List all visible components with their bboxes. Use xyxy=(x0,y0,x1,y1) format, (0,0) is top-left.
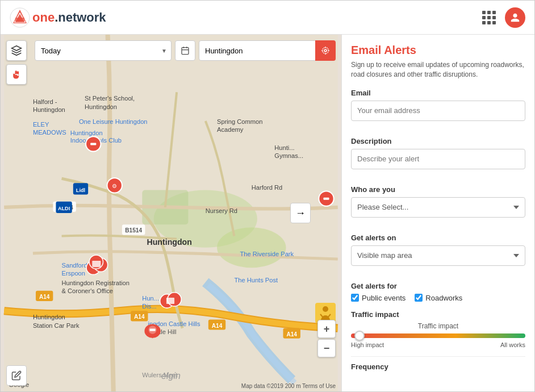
traffic-range-labels: High impact All works xyxy=(351,341,525,348)
svg-text:⚙: ⚙ xyxy=(112,183,117,189)
public-events-checkbox[interactable]: Public events xyxy=(351,294,406,302)
svg-text:A14: A14 xyxy=(134,314,145,320)
alerts-for-label: Get alerts for xyxy=(351,282,525,290)
roadworks-label: Roadworks xyxy=(425,294,462,302)
svg-text:Huntingdon: Huntingdon xyxy=(147,237,192,247)
frequency-label: Frequency xyxy=(351,362,525,371)
zoom-out-button[interactable]: − xyxy=(317,339,336,357)
svg-rect-70 xyxy=(182,48,189,55)
svg-text:Lidl: Lidl xyxy=(76,187,85,193)
public-events-input[interactable] xyxy=(351,294,359,302)
svg-text:Academy: Academy xyxy=(217,126,244,133)
roadworks-checkbox[interactable]: Roadworks xyxy=(415,294,462,302)
logo: one.network xyxy=(10,7,106,28)
who-label: Who are you xyxy=(351,185,525,194)
map-area[interactable]: B1514 B1514 A14 A14 A14 A14 Halford - Hu… xyxy=(1,35,341,391)
svg-text:Erspoon: Erspoon xyxy=(62,270,85,277)
svg-text:A14: A14 xyxy=(286,331,297,337)
svg-text:MEADOWS: MEADOWS xyxy=(33,129,66,136)
svg-rect-62 xyxy=(150,329,156,331)
svg-text:Huntingdon Registration: Huntingdon Registration xyxy=(62,280,129,286)
svg-text:Nursery Rd: Nursery Rd xyxy=(206,207,237,214)
map-toolbar xyxy=(6,40,27,85)
logo-text: one.network xyxy=(32,10,106,25)
svg-text:Huntingdon: Huntingdon xyxy=(85,103,117,110)
user-avatar-button[interactable] xyxy=(505,7,525,28)
date-filter[interactable]: Today ▼ xyxy=(35,40,172,61)
email-field-group: Email xyxy=(351,89,525,129)
public-events-label: Public events xyxy=(362,294,406,302)
svg-rect-66 xyxy=(92,261,101,267)
grid-menu-icon[interactable] xyxy=(482,11,496,24)
date-select[interactable]: Today xyxy=(35,40,172,61)
map-controls: Today ▼ xyxy=(35,40,336,61)
calendar-button[interactable] xyxy=(175,40,195,61)
email-input[interactable] xyxy=(351,101,525,121)
traffic-center-label: Traffic impact xyxy=(418,322,458,330)
svg-text:Gymnas...: Gymnas... xyxy=(274,152,303,159)
description-input[interactable] xyxy=(351,149,525,169)
svg-text:The Hunts Post: The Hunts Post xyxy=(234,277,278,283)
svg-text:Spring Common: Spring Common xyxy=(217,118,262,125)
svg-text:Hunti...: Hunti... xyxy=(274,144,294,151)
svg-text:The Riverside Park: The Riverside Park xyxy=(240,251,294,257)
svg-text:Dis...: Dis... xyxy=(142,303,156,310)
hand-tool-button[interactable] xyxy=(6,64,27,85)
svg-text:ELEY: ELEY xyxy=(33,121,49,128)
svg-text:St Peter's School,: St Peter's School, xyxy=(85,95,135,102)
draw-button[interactable] xyxy=(6,365,27,386)
traffic-bar xyxy=(351,333,525,338)
panel-scroll-area[interactable]: Email Alerts Sign up to receive email up… xyxy=(342,35,534,391)
svg-text:ALDI: ALDI xyxy=(58,206,70,211)
traffic-label-row: Traffic impact xyxy=(351,322,525,330)
location-filter[interactable] xyxy=(199,40,336,61)
roadworks-input[interactable] xyxy=(415,294,423,302)
divider xyxy=(351,356,525,357)
traffic-impact-section: Traffic impact Traffic impact High impac… xyxy=(351,310,525,348)
svg-point-75 xyxy=(323,48,329,54)
zoom-controls: + − xyxy=(317,320,336,357)
main-content: B1514 B1514 A14 A14 A14 A14 Halford - Hu… xyxy=(1,35,534,391)
svg-text:Hun...: Hun... xyxy=(142,295,159,302)
description-label: Description xyxy=(351,137,525,145)
description-field-group: Description xyxy=(351,137,525,177)
alerts-on-label: Get alerts on xyxy=(351,233,525,242)
traffic-impact-title: Traffic impact xyxy=(351,310,525,319)
svg-text:Station Car Park: Station Car Park xyxy=(33,322,80,329)
logo-icon xyxy=(10,7,30,28)
who-select[interactable]: Please Select... Member of Public Local … xyxy=(351,197,525,218)
svg-text:Huntingdon: Huntingdon xyxy=(33,106,65,113)
svg-point-74 xyxy=(324,49,327,52)
zoom-in-button[interactable]: + xyxy=(317,320,336,338)
svg-text:A14: A14 xyxy=(212,323,223,329)
svg-text:Harford Rd: Harford Rd xyxy=(252,184,282,191)
who-field-group: Who are you Please Select... Member of P… xyxy=(351,185,525,226)
locate-button[interactable] xyxy=(315,40,336,61)
email-label: Email xyxy=(351,89,525,97)
map-attribution: Map data ©2019 200 m Terms of Use xyxy=(241,383,336,389)
alerts-on-field-group: Get alerts on Visible map area Custom ar… xyxy=(351,233,525,274)
panel-title: Email Alerts xyxy=(351,44,525,57)
elgin-logo: elgin xyxy=(161,371,181,381)
traffic-all-label: All works xyxy=(500,341,525,348)
traffic-slider-thumb[interactable] xyxy=(354,331,365,341)
svg-text:B1514: B1514 xyxy=(125,227,142,233)
svg-point-7 xyxy=(217,227,286,268)
svg-point-77 xyxy=(323,306,328,312)
traffic-slider-container xyxy=(351,333,525,338)
alerts-on-select[interactable]: Visible map area Custom area xyxy=(351,245,525,266)
alerts-for-field-group: Get alerts for Public events Roadworks xyxy=(351,282,525,302)
panel-subtitle: Sign up to receive email updates of upco… xyxy=(351,60,525,80)
svg-text:One Leisure Huntingdon: One Leisure Huntingdon xyxy=(79,118,148,125)
svg-rect-3 xyxy=(15,18,24,22)
expand-panel-button[interactable]: → xyxy=(290,203,311,223)
traffic-high-label: High impact xyxy=(351,341,384,348)
svg-rect-59 xyxy=(323,198,329,200)
svg-text:& Coroner's Office: & Coroner's Office xyxy=(62,287,113,294)
app-header: one.network xyxy=(1,1,534,35)
svg-rect-69 xyxy=(166,298,174,304)
layers-button[interactable] xyxy=(6,40,27,61)
svg-text:Halford -: Halford - xyxy=(33,98,57,105)
header-actions xyxy=(482,7,525,28)
svg-rect-55 xyxy=(90,143,96,145)
